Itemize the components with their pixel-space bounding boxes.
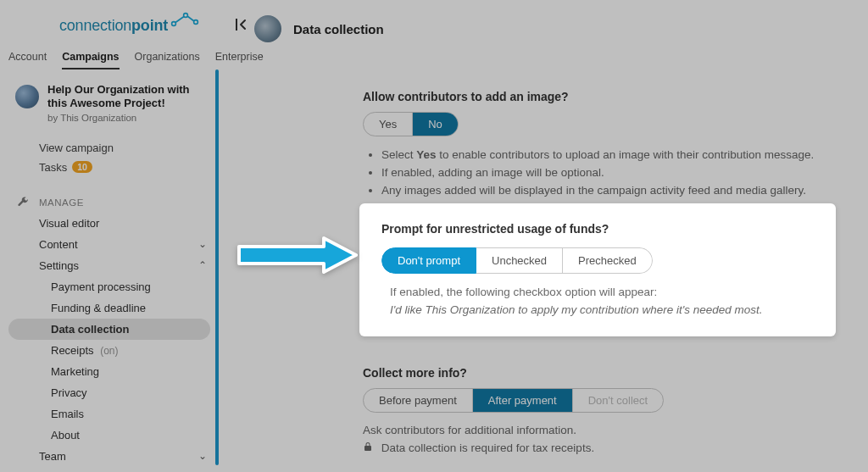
manage-label: MANAGE — [39, 197, 84, 208]
menu-content[interactable]: Content⌄ — [0, 234, 219, 255]
allow-image-yes[interactable]: Yes — [364, 113, 412, 136]
top-nav: Account Campaigns Organizations Enterpri… — [0, 47, 868, 69]
prompt-funds-heading: Prompt for unrestricted usage of funds? — [381, 222, 814, 236]
campaign-byline: by This Organization — [47, 113, 207, 123]
menu-registration[interactable]: Registration (on)⌄ — [0, 467, 219, 473]
page-avatar — [254, 15, 281, 42]
menu-settings[interactable]: Settings⌃ — [0, 255, 219, 276]
allow-image-toggle: Yes No — [363, 112, 459, 136]
menu-visual-editor[interactable]: Visual editor — [0, 213, 219, 234]
menu-team[interactable]: Team⌄ — [0, 446, 219, 467]
menu-marketing[interactable]: Marketing — [0, 361, 219, 382]
brand-logo: connectionpoint — [59, 17, 199, 36]
collect-after-payment[interactable]: After payment — [472, 389, 572, 412]
svg-point-0 — [171, 21, 175, 25]
tasks-count-badge: 10 — [72, 161, 92, 173]
page-title: Data collection — [293, 22, 384, 36]
menu-privacy[interactable]: Privacy — [0, 382, 219, 403]
menu-funding-deadline[interactable]: Funding & deadline — [0, 297, 219, 319]
chevron-down-icon: ⌄ — [198, 450, 207, 462]
tab-campaigns[interactable]: Campaigns — [62, 51, 119, 69]
prompt-funds-example: I'd like This Organization to apply my c… — [381, 303, 814, 316]
prompt-funds-card: Prompt for unrestricted usage of funds? … — [359, 203, 836, 336]
wrench-icon — [17, 196, 29, 209]
sidebar: Help Our Organization with this Awesome … — [0, 69, 219, 465]
collect-more-toggle: Before payment After payment Don't colle… — [363, 388, 664, 413]
collect-dont-collect[interactable]: Don't collect — [572, 389, 663, 412]
prompt-funds-toggle: Don't prompt Unchecked Prechecked — [381, 247, 653, 274]
menu-emails[interactable]: Emails — [0, 403, 219, 425]
allow-image-notes: Select Yes to enable contributors to upl… — [381, 147, 834, 200]
tab-enterprise[interactable]: Enterprise — [215, 51, 264, 69]
collect-before-payment[interactable]: Before payment — [364, 389, 472, 412]
tasks-label: Tasks — [39, 161, 67, 174]
prompt-funds-unchecked[interactable]: Unchecked — [476, 247, 563, 274]
tab-account[interactable]: Account — [8, 51, 47, 69]
tasks-link[interactable]: Tasks 10 — [39, 158, 219, 177]
logo-text-part2: point — [131, 17, 168, 34]
logo-text-part1: connection — [59, 17, 131, 34]
prompt-funds-prechecked[interactable]: Prechecked — [563, 247, 653, 274]
lock-icon — [363, 441, 376, 454]
collect-more-desc2: Data collection is required for tax rece… — [363, 439, 834, 458]
callout-arrow-icon — [234, 235, 361, 279]
collapse-sidebar-icon[interactable] — [233, 17, 248, 36]
prompt-funds-sub: If enabled, the following checkbox optio… — [381, 286, 814, 298]
collect-more-desc1: Ask contributors for additional informat… — [363, 421, 834, 440]
prompt-funds-dont-prompt[interactable]: Don't prompt — [381, 247, 476, 274]
allow-image-no[interactable]: No — [412, 113, 458, 136]
sidebar-scrollbar[interactable] — [215, 69, 219, 465]
svg-line-3 — [175, 16, 184, 22]
collect-more-heading: Collect more info? — [363, 366, 834, 380]
tab-organizations[interactable]: Organizations — [135, 51, 200, 69]
menu-receipts[interactable]: Receipts (on) — [0, 340, 219, 361]
menu-about[interactable]: About — [0, 425, 219, 446]
chevron-down-icon: ⌄ — [198, 238, 207, 250]
allow-image-heading: Allow contributors to add an image? — [363, 90, 834, 103]
view-campaign-link[interactable]: View campaign — [39, 138, 219, 158]
menu-data-collection[interactable]: Data collection — [8, 319, 210, 340]
menu-payment-processing[interactable]: Payment processing — [0, 276, 219, 297]
chevron-up-icon: ⌃ — [198, 259, 207, 271]
campaign-title: Help Our Organization with this Awesome … — [47, 83, 207, 111]
campaign-avatar — [15, 85, 39, 108]
svg-line-4 — [187, 16, 194, 21]
logo-network-icon — [170, 12, 199, 31]
